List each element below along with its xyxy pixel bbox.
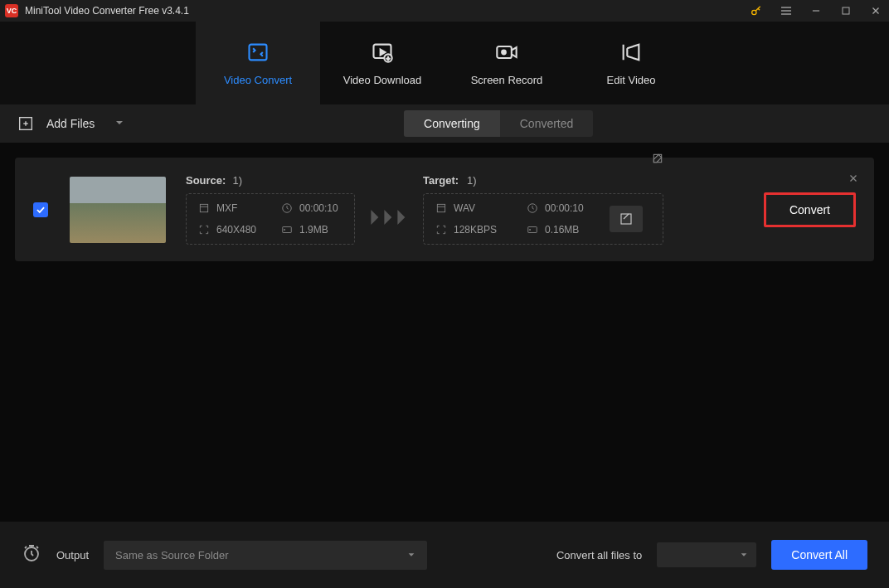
output-folder-select[interactable]: Same as Source Folder bbox=[104, 541, 427, 570]
upgrade-key-icon[interactable] bbox=[748, 2, 765, 19]
tab-edit-video[interactable]: Edit Video bbox=[569, 22, 693, 104]
storage-icon bbox=[527, 224, 538, 236]
source-info: Source: 1) MXF 00:00:10 640X480 bbox=[186, 174, 355, 245]
svg-rect-18 bbox=[200, 204, 207, 211]
clock-icon bbox=[281, 202, 293, 214]
target-settings-button[interactable] bbox=[610, 206, 643, 232]
svg-marker-36 bbox=[409, 553, 415, 556]
source-duration: 00:00:10 bbox=[281, 202, 364, 214]
chevron-down-icon[interactable] bbox=[114, 117, 124, 130]
video-thumbnail[interactable] bbox=[70, 177, 166, 243]
convert-icon bbox=[246, 41, 270, 64]
svg-marker-24 bbox=[384, 210, 391, 225]
tab-video-download[interactable]: Video Download bbox=[320, 22, 444, 104]
seg-converted[interactable]: Converted bbox=[500, 110, 594, 137]
edit-icon bbox=[619, 41, 643, 64]
svg-point-32 bbox=[530, 229, 531, 230]
tab-label: Video Download bbox=[343, 74, 421, 86]
add-files-button[interactable]: Add Files bbox=[17, 114, 124, 133]
file-row: Source: 1) MXF 00:00:10 640X480 bbox=[15, 158, 874, 261]
file-checkbox[interactable] bbox=[33, 202, 48, 217]
convert-button[interactable]: Convert bbox=[764, 192, 856, 227]
svg-marker-10 bbox=[381, 49, 386, 55]
titlebar: VC MiniTool Video Converter Free v3.4.1 bbox=[0, 0, 889, 22]
app-logo-icon: VC bbox=[5, 4, 18, 17]
source-count: 1) bbox=[232, 174, 242, 187]
seg-converting[interactable]: Converting bbox=[404, 110, 500, 137]
svg-point-13 bbox=[502, 50, 506, 54]
settings-icon bbox=[619, 211, 634, 226]
minimize-button[interactable] bbox=[808, 2, 824, 19]
menu-icon[interactable] bbox=[778, 2, 794, 19]
format-icon bbox=[198, 202, 210, 214]
resolution-icon bbox=[198, 224, 210, 236]
tab-label: Video Convert bbox=[224, 74, 292, 86]
storage-icon bbox=[281, 224, 293, 236]
clock-icon bbox=[527, 202, 538, 214]
status-segment: Converting Converted bbox=[404, 110, 593, 137]
toolbar: Add Files Converting Converted bbox=[0, 104, 889, 143]
footer-bar: Output Same as Source Folder Convert all… bbox=[0, 522, 889, 588]
tab-label: Edit Video bbox=[606, 74, 655, 86]
target-bitrate: 128KBPS bbox=[435, 224, 527, 236]
add-files-label: Add Files bbox=[46, 117, 95, 130]
svg-marker-23 bbox=[371, 210, 378, 225]
svg-rect-27 bbox=[437, 204, 444, 211]
tab-label: Screen Record bbox=[471, 74, 543, 86]
source-format: MXF bbox=[198, 202, 281, 214]
tab-screen-record[interactable]: Screen Record bbox=[444, 22, 569, 104]
schedule-icon[interactable] bbox=[22, 543, 41, 566]
convert-all-to-label: Convert all files to bbox=[556, 549, 642, 561]
target-format: WAV bbox=[435, 202, 527, 214]
edit-target-icon[interactable] bbox=[652, 153, 663, 167]
arrow-icon bbox=[370, 210, 408, 225]
tab-video-convert[interactable]: Video Convert bbox=[196, 22, 320, 104]
svg-marker-25 bbox=[397, 210, 405, 225]
chevron-down-icon bbox=[740, 551, 748, 559]
chevron-down-icon bbox=[407, 551, 415, 559]
target-count: 1) bbox=[467, 174, 477, 187]
output-folder-value: Same as Source Folder bbox=[115, 549, 229, 561]
remove-file-button[interactable] bbox=[848, 173, 859, 187]
output-label: Output bbox=[56, 549, 89, 561]
target-size: 0.16MB bbox=[527, 224, 610, 236]
download-icon bbox=[371, 41, 394, 64]
record-icon bbox=[495, 41, 518, 64]
format-icon bbox=[435, 202, 447, 214]
svg-rect-30 bbox=[621, 214, 631, 224]
source-resolution: 640X480 bbox=[198, 224, 281, 236]
resolution-icon bbox=[435, 224, 447, 236]
file-list: Source: 1) MXF 00:00:10 640X480 bbox=[0, 143, 889, 522]
svg-marker-17 bbox=[116, 121, 123, 124]
convert-all-button[interactable]: Convert All bbox=[771, 540, 867, 570]
target-duration: 00:00:10 bbox=[527, 202, 610, 214]
svg-point-22 bbox=[284, 229, 285, 230]
target-label: Target: bbox=[423, 174, 459, 187]
svg-rect-5 bbox=[843, 7, 849, 14]
close-button[interactable] bbox=[867, 2, 884, 19]
target-format-select[interactable] bbox=[657, 542, 756, 567]
window-title: MiniTool Video Converter Free v3.4.1 bbox=[25, 5, 748, 17]
maximize-button[interactable] bbox=[838, 2, 854, 19]
target-info: Target: 1) WAV 00:00:10 bbox=[423, 174, 663, 245]
main-nav-tabs: Video Convert Video Download Screen Reco… bbox=[0, 22, 889, 104]
svg-marker-37 bbox=[741, 553, 747, 556]
source-size: 1.9MB bbox=[281, 224, 364, 236]
source-label: Source: bbox=[186, 174, 226, 187]
add-file-icon bbox=[17, 114, 35, 133]
svg-rect-8 bbox=[250, 44, 267, 60]
